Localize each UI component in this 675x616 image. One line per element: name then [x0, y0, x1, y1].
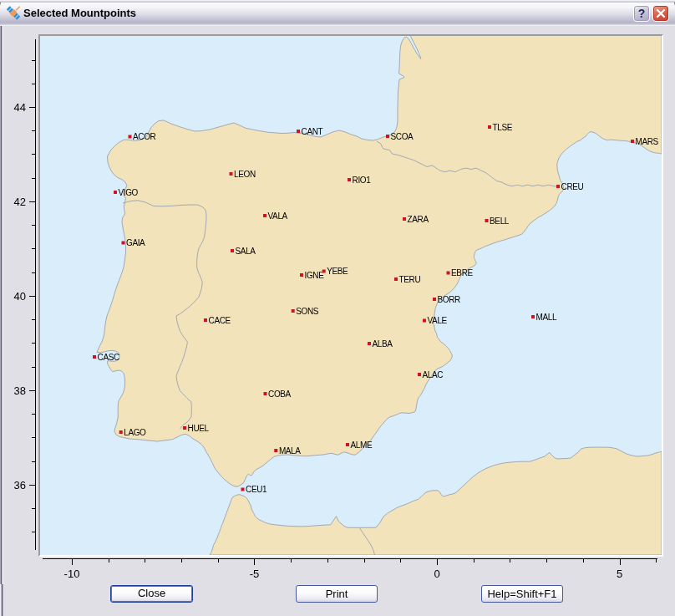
svg-text:ALME: ALME [351, 440, 373, 450]
svg-text:VIGO: VIGO [119, 188, 139, 197]
svg-text:TERU: TERU [399, 275, 421, 284]
svg-text:TLSE: TLSE [493, 123, 513, 132]
svg-text:MALA: MALA [279, 446, 301, 456]
svg-text:CACE: CACE [209, 316, 231, 325]
svg-text:40: 40 [14, 290, 26, 303]
svg-text:36: 36 [14, 479, 26, 491]
svg-text:BELL: BELL [490, 216, 510, 226]
svg-text:EBRE: EBRE [451, 268, 473, 277]
svg-text:ZARA: ZARA [408, 215, 429, 224]
svg-text:SONS: SONS [296, 307, 318, 316]
svg-text:0: 0 [434, 568, 439, 580]
svg-text:HUEL: HUEL [188, 424, 210, 433]
svg-text:IGNE: IGNE [305, 271, 325, 280]
svg-text:MALL: MALL [536, 313, 557, 322]
svg-text:LAGO: LAGO [124, 428, 146, 437]
svg-text:VALA: VALA [268, 211, 288, 221]
svg-text:42: 42 [14, 196, 26, 208]
svg-text:COBA: COBA [268, 389, 291, 399]
svg-text:-5: -5 [250, 568, 260, 580]
svg-text:CEU1: CEU1 [246, 485, 267, 494]
svg-text:MARS: MARS [636, 137, 659, 146]
svg-text:YEBE: YEBE [327, 267, 348, 276]
svg-text:44: 44 [14, 101, 26, 114]
svg-text:-10: -10 [64, 568, 80, 580]
svg-text:SALA: SALA [236, 247, 256, 256]
svg-text:ALAC: ALAC [423, 370, 444, 379]
svg-text:38: 38 [14, 384, 26, 397]
svg-text:SCOA: SCOA [391, 132, 414, 141]
svg-text:5: 5 [617, 568, 622, 580]
svg-text:RIO1: RIO1 [353, 176, 372, 185]
svg-text:GAIA: GAIA [126, 238, 145, 247]
svg-text:VALE: VALE [428, 316, 448, 325]
svg-text:CANT: CANT [302, 127, 323, 136]
svg-text:ACOR: ACOR [133, 132, 155, 141]
svg-text:ALBA: ALBA [373, 339, 393, 349]
svg-text:CREU: CREU [561, 182, 584, 191]
svg-text:BORR: BORR [438, 295, 460, 304]
svg-text:LEON: LEON [234, 170, 256, 179]
svg-text:CASC: CASC [98, 353, 119, 362]
